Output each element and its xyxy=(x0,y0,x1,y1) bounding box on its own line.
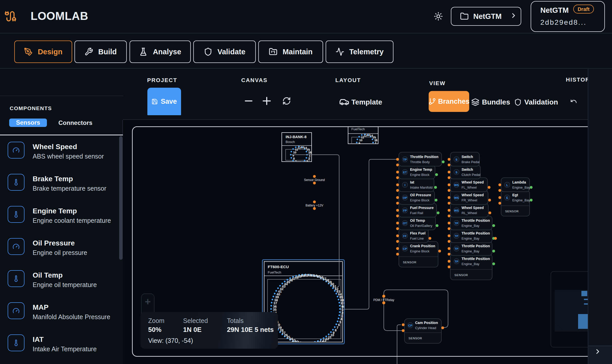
svg-text:Intake Manifold: Intake Manifold xyxy=(410,186,432,189)
svg-text:SENSOR: SENSOR xyxy=(403,261,416,264)
svg-text:9: 9 xyxy=(359,142,360,145)
svg-text:13: 13 xyxy=(301,146,304,149)
svg-text:SENSOR: SENSOR xyxy=(505,210,519,213)
svg-text:Cam Position: Cam Position xyxy=(415,321,438,325)
svg-text:3: 3 xyxy=(307,160,308,163)
svg-text:Crank Position: Crank Position xyxy=(410,244,435,248)
svg-text:16: 16 xyxy=(308,151,312,154)
svg-text:L: L xyxy=(506,184,508,187)
svg-text:6: 6 xyxy=(298,162,299,165)
svg-text:9: 9 xyxy=(292,154,294,157)
svg-text:FT600-ECU: FT600-ECU xyxy=(268,265,289,269)
svg-text:TP: TP xyxy=(403,158,407,161)
svg-text:Engine_Bay: Engine_Bay xyxy=(462,224,480,228)
svg-text:SENSOR: SENSOR xyxy=(454,274,468,277)
svg-text:S: S xyxy=(455,171,457,174)
svg-text:7: 7 xyxy=(361,148,362,151)
svg-text:I: I xyxy=(404,184,405,187)
svg-text:TP: TP xyxy=(455,260,458,263)
svg-text:Engine Block: Engine Block xyxy=(410,173,429,177)
svg-text:12: 12 xyxy=(298,146,301,149)
svg-text:16: 16 xyxy=(374,139,378,142)
svg-text:FuelTech: FuelTech xyxy=(351,127,365,131)
svg-text:Throttle Position: Throttle Position xyxy=(462,218,490,223)
svg-text:E: E xyxy=(506,196,508,199)
svg-text:Fuel Pressure: Fuel Pressure xyxy=(410,206,434,210)
svg-text:4: 4 xyxy=(370,149,372,152)
svg-text:7: 7 xyxy=(295,160,296,163)
svg-text:Sensor Ground: Sensor Ground xyxy=(304,178,325,182)
svg-text:Switch: Switch xyxy=(462,167,473,172)
svg-text:Fuel Rail: Fuel Rail xyxy=(410,211,423,215)
svg-text:4: 4 xyxy=(304,162,305,165)
svg-text:2: 2 xyxy=(374,145,376,148)
svg-text:CP: CP xyxy=(408,324,412,327)
svg-text:1: 1 xyxy=(309,154,311,157)
svg-text:WS: WS xyxy=(454,184,459,187)
svg-text:8: 8 xyxy=(335,328,337,332)
svg-text:3: 3 xyxy=(373,148,374,151)
svg-text:Engine Block: Engine Block xyxy=(410,249,429,253)
svg-text:TP: TP xyxy=(455,247,458,250)
svg-text:FP: FP xyxy=(403,209,407,212)
svg-text:Engine Block: Engine Block xyxy=(410,198,429,202)
svg-text:TP: TP xyxy=(455,235,458,238)
svg-text:WS: WS xyxy=(454,209,459,212)
svg-text:INJ-BANK-8: INJ-BANK-8 xyxy=(286,135,307,139)
svg-text:Engine_Bay: Engine_Bay xyxy=(512,198,530,202)
svg-text:10: 10 xyxy=(293,151,296,154)
svg-text:ET: ET xyxy=(403,171,407,174)
svg-text:FL_Wheel: FL_Wheel xyxy=(462,186,477,189)
svg-text:13: 13 xyxy=(367,134,370,137)
svg-text:Cylinder Head: Cylinder Head xyxy=(415,326,436,330)
svg-text:Throttle Body: Throttle Body xyxy=(410,160,430,164)
svg-text:Oil Temp: Oil Temp xyxy=(410,218,425,223)
svg-text:Wheel Speed: Wheel Speed xyxy=(462,193,484,197)
svg-text:Engine_Bay: Engine_Bay xyxy=(462,237,480,240)
svg-text:OT: OT xyxy=(403,222,407,225)
svg-text:Iat: Iat xyxy=(410,180,414,184)
svg-text:RL_Wheel: RL_Wheel xyxy=(462,211,477,215)
svg-text:Switch: Switch xyxy=(462,155,473,159)
svg-text:Engine_Bay: Engine_Bay xyxy=(512,186,530,189)
svg-text:2: 2 xyxy=(308,157,310,160)
svg-text:Engine_Bay: Engine_Bay xyxy=(462,249,480,253)
svg-text:Brake Pedal: Brake Pedal xyxy=(462,160,480,164)
svg-text:SENSOR: SENSOR xyxy=(409,337,422,340)
svg-text:Egt: Egt xyxy=(512,193,518,197)
svg-text:Throttle Position: Throttle Position xyxy=(462,231,490,235)
svg-text:FF: FF xyxy=(403,235,407,238)
svg-text:FuelTech: FuelTech xyxy=(268,270,281,274)
svg-text:8: 8 xyxy=(359,145,361,148)
svg-text:Oil Pressure: Oil Pressure xyxy=(410,193,431,197)
svg-text:Throttle Position: Throttle Position xyxy=(462,244,490,248)
svg-text:Wheel Speed: Wheel Speed xyxy=(462,180,484,184)
svg-text:1: 1 xyxy=(375,142,377,145)
svg-text:Engine Temp: Engine Temp xyxy=(410,167,432,172)
svg-text:Oil Pan/Gallery: Oil Pan/Gallery xyxy=(410,224,432,228)
svg-text:Throttle Position: Throttle Position xyxy=(462,257,490,261)
svg-text:CP: CP xyxy=(403,247,407,250)
svg-text:Wheel Speed: Wheel Speed xyxy=(462,206,484,210)
svg-text:Throttle Position: Throttle Position xyxy=(410,155,438,159)
svg-text:10: 10 xyxy=(359,139,362,142)
svg-text:WS: WS xyxy=(454,196,459,199)
svg-text:S: S xyxy=(455,158,457,161)
svg-text:OP: OP xyxy=(403,196,407,199)
svg-text:TP: TP xyxy=(455,222,458,225)
svg-text:Flex Fuel: Flex Fuel xyxy=(410,231,426,235)
svg-text:5: 5 xyxy=(367,150,368,153)
svg-text:12: 12 xyxy=(364,134,367,137)
svg-text:7: 7 xyxy=(337,326,338,330)
svg-text:Battery +12V: Battery +12V xyxy=(305,204,323,207)
svg-text:Fuel Line: Fuel Line xyxy=(410,237,424,240)
svg-text:8: 8 xyxy=(293,157,295,160)
svg-text:5: 5 xyxy=(301,162,302,165)
svg-text:Clutch Pedal: Clutch Pedal xyxy=(462,173,480,177)
svg-text:Bosch: Bosch xyxy=(286,140,295,144)
svg-text:PDM / FTRelay: PDM / FTRelay xyxy=(373,298,394,302)
svg-text:Lambda: Lambda xyxy=(512,180,526,184)
svg-text:FR_Wheel: FR_Wheel xyxy=(462,198,477,202)
svg-text:6: 6 xyxy=(364,149,365,152)
svg-text:Engine_Bay: Engine_Bay xyxy=(462,262,480,266)
